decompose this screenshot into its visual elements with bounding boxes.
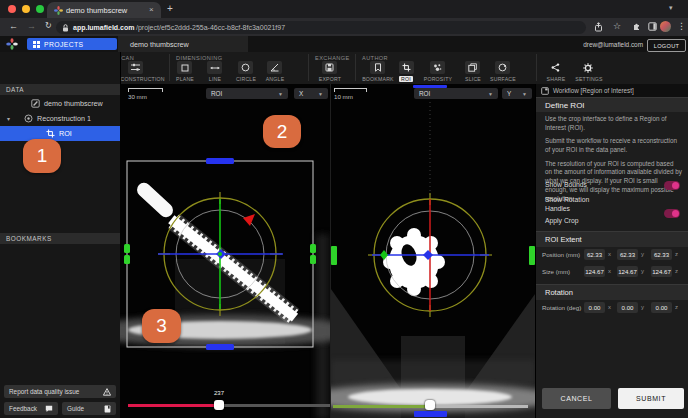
extensions-icon[interactable] [632,22,641,31]
line-icon [210,64,220,72]
viewport-right-ct-image[interactable] [331,84,535,418]
position-y-input[interactable]: 62.33 [617,249,638,260]
forward-icon[interactable]: → [27,21,36,31]
roi-crop-icon [46,129,55,138]
rotation-z-input[interactable]: 0.00 [651,302,672,313]
window-close-button[interactable] [8,5,16,13]
browser-tab[interactable]: demo thumbscrew × [47,2,161,18]
report-data-quality-button[interactable]: Report data quality issue [4,385,116,398]
porosity-tool-button[interactable] [430,61,445,74]
share-nodes-icon [551,63,560,72]
roi-tool-label: ROI [399,76,413,82]
settings-tool-button[interactable] [580,61,595,74]
size-z-input[interactable]: 124.67 [651,266,672,277]
porosity-icon [433,63,442,72]
scale-label-right: 10 mm [334,93,353,100]
tour-step-badge-1[interactable]: 1 [23,139,61,173]
window-minimize-button[interactable] [22,5,30,13]
tour-step-badge-3[interactable]: 3 [142,309,181,343]
show-bounds-toggle[interactable] [664,181,680,190]
projects-grid-icon [33,41,40,48]
dataset-dropdown-left[interactable]: ROI▼ [206,88,288,99]
logout-button[interactable]: LOGOUT [647,39,686,52]
slice-slider-track-filled[interactable] [128,404,219,407]
axis-letter-y: y [641,251,644,257]
data-panel-header: DATA [0,84,126,95]
slice-slider-value: 237 [209,390,229,396]
omnibox[interactable]: app.lumafield.com /project/ef5c2ddd-255a… [56,21,586,34]
slice-slider-track-filled-right[interactable] [333,405,426,408]
back-icon[interactable]: ← [9,21,18,31]
browser-tab-bar: demo thumbscrew × + ▾ [0,0,688,18]
rotation-y-input[interactable]: 0.00 [617,302,638,313]
cancel-button[interactable]: CANCEL [542,388,611,409]
position-z-input[interactable]: 62.33 [651,249,672,260]
feedback-button[interactable]: Feedback [4,402,58,415]
bookmark-star-icon[interactable]: ☆ [613,21,621,31]
axis-dropdown-left[interactable]: X▼ [294,88,328,99]
slice-slider-thumb-left[interactable] [214,400,224,410]
workflow-panel-title: Workflow [Region of Interest] [553,87,634,94]
item-label: demo thumbscrew [44,99,103,108]
slice-slider-thumb-right[interactable] [425,400,435,410]
roi-left-handle-right-view[interactable] [331,246,337,265]
new-tab-icon[interactable]: + [167,3,173,14]
plane-icon [181,64,189,72]
toolbar-divider [308,54,309,81]
axis-letter-x: x [608,304,611,310]
browser-menu-icon[interactable]: ⋮ [677,21,686,31]
slice-slider-track[interactable] [219,404,330,407]
lumafield-favicon-icon [54,6,63,15]
circle-tool-button[interactable] [238,61,253,74]
tab-close-icon[interactable]: × [149,5,154,14]
dataset-dropdown-right[interactable]: ROI▼ [414,88,498,99]
project-title-tab[interactable]: demo thumbscrew [118,36,248,52]
size-y-input[interactable]: 124.67 [617,266,638,277]
export-tool-button[interactable] [322,61,337,74]
url-path: /project/ef5c2ddd-255a-46cc-b8cf-8fc3a00… [136,24,285,31]
tour-step-badge-2[interactable]: 2 [263,115,301,148]
bookmark-tool-button[interactable] [370,61,385,74]
plane-tool-button[interactable] [177,61,192,74]
roi-extent-header: ROI Extent [536,231,688,247]
roi-bottom-handle-right-view[interactable] [414,411,447,417]
side-panel-icon[interactable] [648,22,657,31]
roi-tool-button[interactable] [399,61,414,74]
slice-tool-button[interactable] [465,61,480,74]
reconstruction-item-icon [24,114,33,123]
rotation-label: Rotation (deg) [542,304,581,311]
profile-avatar[interactable] [660,21,671,32]
define-roi-description: Use the crop interface to define a Regio… [545,115,682,208]
surface-tool-button[interactable] [495,61,510,74]
show-bounds-label: Show Bounds [545,181,635,190]
toggle-knob [672,182,679,189]
projects-button[interactable]: PROJECTS [27,38,117,50]
rotation-x-input[interactable]: 0.00 [584,302,605,313]
axis-letter-z: z [675,304,678,310]
sidebar-item-roi[interactable]: ROI [0,126,120,141]
chevron-down-icon[interactable]: ▾ [7,115,10,122]
slice-slider-track-right[interactable] [435,405,528,408]
user-email: drew@lumafield.com [558,41,643,48]
share-tool-button[interactable] [548,61,563,74]
submit-button[interactable]: SUBMIT [618,388,684,409]
show-rotation-handles-toggle[interactable] [664,209,680,218]
position-x-input[interactable]: 62.33 [584,249,605,260]
size-x-input[interactable]: 124.67 [584,266,605,277]
reconstruction-tool-button[interactable] [128,61,143,74]
angle-tool-button[interactable] [267,61,282,74]
guide-doc-icon [104,405,111,413]
guide-button[interactable]: Guide [62,402,116,415]
reload-icon[interactable]: ↻ [45,21,52,30]
sidebar-item-demo-thumbscrew[interactable]: demo thumbscrew [0,96,120,110]
workflow-panel-icon [541,87,549,95]
line-tool-button[interactable] [207,61,222,74]
sidebar-item-reconstruction-1[interactable]: ▾ Reconstruction 1 [0,111,120,125]
projects-label: PROJECTS [44,41,83,48]
export-tool-label: EXPORT [315,76,345,82]
window-zoom-button[interactable] [36,5,44,13]
tab-list-chevron-icon[interactable]: ▾ [669,4,673,12]
share-icon[interactable] [594,22,603,32]
axis-dropdown-right[interactable]: Y▼ [502,88,532,99]
gear-icon [583,63,593,73]
